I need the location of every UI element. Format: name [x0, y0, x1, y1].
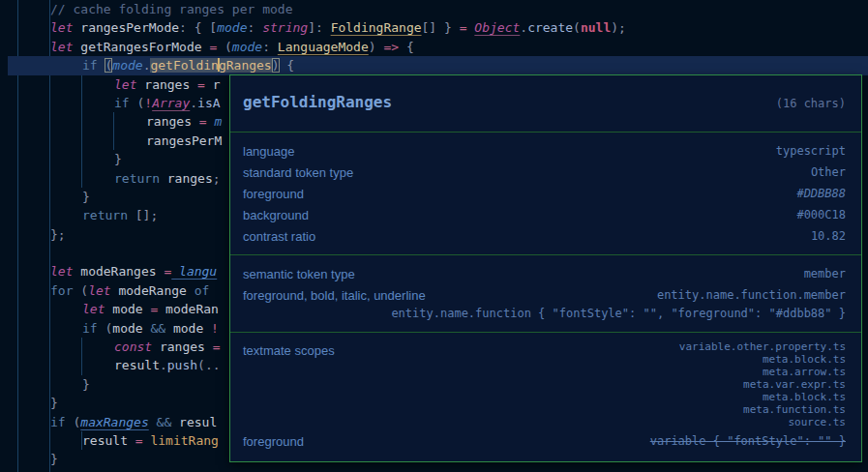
code-token[interactable]: let	[88, 283, 110, 298]
code-token[interactable]: modeRanges	[73, 264, 164, 279]
code-token[interactable]: gRanges	[219, 58, 272, 73]
code-token[interactable]: mode	[112, 321, 142, 336]
code-token[interactable]: .	[160, 358, 167, 372]
code-token[interactable]: =	[197, 77, 205, 92]
code-token[interactable]: of	[195, 283, 210, 298]
code-token[interactable]: {	[399, 40, 414, 54]
info-row: semantic token type member	[230, 263, 861, 284]
code-token[interactable]: modeRange	[111, 283, 195, 298]
code-token[interactable]: (..	[197, 358, 220, 372]
code-token[interactable]: LanguageMode	[278, 40, 369, 54]
code-token[interactable]: )	[369, 40, 384, 54]
code-token[interactable]: :	[262, 40, 278, 54]
code-token[interactable]: &&	[149, 415, 179, 429]
code-token[interactable]: // cache folding ranges per mode	[50, 2, 292, 16]
code-token[interactable]: &&	[143, 321, 173, 336]
code-token[interactable]: let	[82, 302, 105, 316]
code-token[interactable]: ]:	[308, 20, 330, 35]
code-token[interactable]: return	[82, 208, 135, 222]
code-token[interactable]: (	[80, 283, 88, 298]
code-token[interactable]: ranges	[146, 114, 199, 129]
code-token[interactable]: r	[205, 77, 221, 92]
code-token[interactable]: (	[573, 20, 581, 35]
code-token[interactable]: ranges	[136, 77, 197, 92]
textmate-section: textmate scopes variable.other.property.…	[230, 333, 861, 459]
code-token[interactable]: }	[50, 452, 58, 466]
code-line[interactable]: // cache folding ranges per mode	[0, 0, 868, 18]
code-token[interactable]: let	[114, 77, 136, 92]
code-token[interactable]: .	[520, 20, 527, 35]
code-token[interactable]: langu	[171, 264, 217, 279]
code-token[interactable]: null	[581, 20, 611, 35]
code-token[interactable]: mode	[105, 302, 150, 316]
code-token[interactable]: push	[167, 358, 197, 372]
code-token[interactable]: if	[114, 96, 136, 110]
code-token[interactable]: if	[50, 415, 73, 429]
code-token[interactable]: =>	[383, 40, 399, 54]
code-token[interactable]: }	[82, 377, 90, 392]
code-token[interactable]: !	[211, 321, 219, 336]
code-token[interactable]: isA	[197, 96, 220, 110]
code-token[interactable]: Object	[474, 20, 520, 35]
info-row: language typescript	[230, 140, 861, 162]
code-token[interactable]: }	[82, 190, 90, 204]
code-token[interactable]: );	[611, 20, 626, 35]
code-token[interactable]: };	[50, 227, 66, 242]
code-token[interactable]: rangesPerMode	[73, 20, 179, 35]
code-token[interactable]: limitRang	[143, 433, 219, 448]
code-token[interactable]: =	[460, 20, 467, 35]
code-token[interactable]: (	[217, 40, 232, 54]
code-token[interactable]: =	[213, 339, 221, 354]
code-token[interactable]: string	[262, 20, 308, 35]
code-editor: // cache folding ranges per modelet rang…	[0, 0, 868, 472]
code-token[interactable]: return	[114, 171, 167, 186]
code-token[interactable]: if	[82, 321, 105, 336]
textmate-scope: variable.other.property.ts	[679, 340, 846, 353]
code-token[interactable]: Array	[152, 96, 190, 110]
code-token[interactable]: =	[199, 114, 207, 129]
code-token[interactable]: let	[50, 40, 73, 54]
code-token[interactable]	[209, 283, 217, 298]
code-token[interactable]: mode	[232, 40, 262, 54]
code-line[interactable]: if (mode.getFoldingRanges) {	[0, 56, 868, 74]
code-token[interactable]: FoldingRange	[331, 20, 422, 35]
code-token[interactable]: rangesPerM	[146, 133, 222, 148]
code-token[interactable]: {	[280, 58, 295, 73]
code-token[interactable]: ;	[213, 171, 221, 186]
code-line[interactable]: let rangesPerMode: { [mode: string]: Fol…	[0, 18, 868, 37]
code-token[interactable]: )	[272, 58, 280, 73]
code-token[interactable]: result	[114, 358, 160, 372]
info-row: foreground variable { "fontStyle": "" }	[230, 430, 861, 452]
code-token[interactable]: !	[144, 96, 152, 110]
code-token[interactable]: result	[82, 433, 135, 448]
code-token[interactable]: .	[190, 96, 197, 110]
code-token[interactable]: }	[114, 152, 122, 166]
code-token[interactable]: :	[248, 20, 263, 35]
code-line[interactable]: let getRangesForMode = (mode: LanguageMo…	[0, 38, 868, 56]
code-token[interactable]: create	[527, 20, 573, 35]
code-token[interactable]: let	[50, 20, 73, 35]
code-token[interactable]: m	[207, 114, 223, 129]
code-token[interactable]: getRangesForMode	[73, 40, 209, 54]
code-token[interactable]: [];	[135, 208, 158, 222]
code-token[interactable]: mode	[173, 321, 211, 336]
code-token[interactable]: ranges	[167, 171, 213, 186]
code-token[interactable]: mode	[217, 20, 247, 35]
code-token[interactable]: mode	[112, 58, 142, 73]
textmate-scope: meta.block.ts	[679, 353, 846, 366]
code-token[interactable]: : { [	[179, 20, 217, 35]
code-token[interactable]: let	[50, 264, 73, 279]
info-row: standard token type Other	[230, 162, 861, 183]
code-token[interactable]: maxRanges	[80, 415, 148, 429]
code-token[interactable]: =	[135, 433, 143, 448]
code-token[interactable]: resul	[179, 415, 217, 429]
code-token[interactable]: }	[50, 396, 58, 410]
code-token[interactable]: for	[50, 283, 80, 298]
code-token[interactable]: modeRan	[158, 302, 219, 316]
code-token[interactable]: if	[82, 58, 105, 73]
info-value: member	[804, 267, 846, 280]
code-token[interactable]: [] }	[422, 20, 460, 35]
code-token[interactable]: getFoldin	[150, 58, 218, 73]
code-token[interactable]: const	[114, 339, 152, 354]
code-token[interactable]: ranges	[152, 339, 213, 354]
